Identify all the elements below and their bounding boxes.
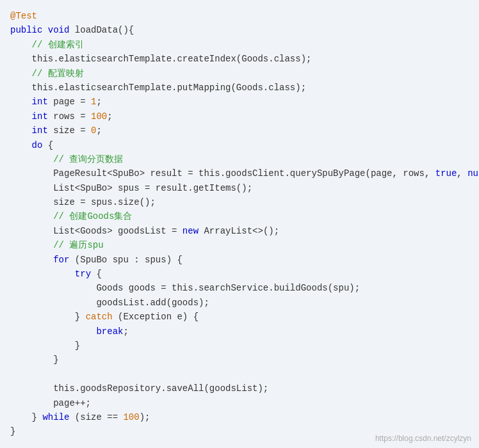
code-token: this.elasticsearchTemplate.createIndex(G… (10, 54, 311, 64)
code-token (10, 97, 32, 107)
code-line: PageResult<SpuBo> result = this.goodsCli… (10, 166, 469, 180)
code-line: List<Goods> goodsList = new ArrayList<>(… (10, 224, 469, 238)
code-token: } (10, 355, 59, 365)
watermark: https://blog.csdn.net/zcylzyn (375, 434, 471, 443)
code-token: ; (123, 326, 128, 337)
code-line: this.goodsRepository.saveAll(goodsList); (10, 381, 469, 396)
code-token: for (53, 255, 69, 265)
code-line: // 查询分页数据 (10, 152, 469, 166)
code-line: break; (10, 324, 469, 339)
code-token: List<Goods> goodsList = (10, 226, 183, 236)
code-token: this.elasticsearchTemplate.putMapping(Go… (10, 83, 306, 93)
code-token: // 查询分页数据 (10, 154, 123, 164)
code-token: , (457, 168, 467, 179)
code-token: size = spus.size(); (10, 197, 156, 207)
code-token: } (10, 340, 80, 351)
code-line: // 配置映射 (10, 67, 469, 81)
code-line: try { (10, 267, 469, 281)
code-token (10, 326, 96, 337)
code-token: int (32, 111, 48, 122)
code-token: rows = (48, 111, 91, 122)
code-token: @Test (10, 11, 37, 21)
code-token: } (10, 426, 15, 436)
code-line: this.elasticsearchTemplate.createIndex(G… (10, 52, 469, 66)
code-token: break (96, 326, 123, 337)
code-line: } catch (Exception e) { (10, 310, 469, 324)
code-token: PageResult<SpuBo> result = this.goodsCli… (10, 168, 435, 179)
code-line: page++; (10, 396, 469, 410)
code-token (10, 140, 32, 150)
code-line: // 创建Goods集合 (10, 209, 469, 223)
code-token: (size == (69, 412, 123, 422)
code-token: { (42, 140, 53, 150)
code-token (10, 255, 53, 265)
code-token (10, 269, 75, 279)
code-token: // 创建Goods集合 (10, 211, 132, 221)
code-token: page++; (10, 398, 91, 408)
code-line: public void loadData(){ (10, 23, 469, 37)
code-line: int page = 1; (10, 95, 469, 109)
code-line: Goods goods = this.searchService.buildGo… (10, 281, 469, 295)
code-line: } while (size == 100); (10, 410, 469, 424)
code-line: size = spus.size(); (10, 195, 469, 209)
code-token: ; (107, 111, 112, 122)
code-token: void (48, 25, 75, 35)
code-token (10, 125, 32, 136)
code-token: (SpuBo spu : spus) { (69, 255, 182, 265)
code-token: } (10, 312, 86, 322)
code-token: { (91, 269, 102, 279)
code-line: @Test (10, 9, 469, 23)
code-line: do { (10, 138, 469, 152)
code-token (10, 111, 32, 122)
code-token: while (42, 412, 69, 422)
code-token: Goods goods = this.searchService.buildGo… (10, 283, 360, 293)
code-line: // 创建索引 (10, 38, 469, 52)
code-token: ; (96, 97, 101, 107)
code-token: loadData(){ (75, 25, 134, 35)
code-line: List<SpuBo> spus = result.getItems(); (10, 181, 469, 195)
code-token: // 配置映射 (10, 68, 84, 79)
code-line: this.elasticsearchTemplate.putMapping(Go… (10, 81, 469, 95)
code-token: page = (48, 97, 91, 107)
code-token: } (10, 412, 42, 422)
code-token: try (75, 269, 91, 279)
code-token: 100 (123, 412, 139, 422)
code-container: @Testpublic void loadData(){ // 创建索引 thi… (0, 0, 479, 448)
code-token: new (183, 226, 199, 236)
code-line: } (10, 353, 469, 367)
code-token: ArrayList<>(); (199, 226, 279, 236)
code-token: // 遍历spu (10, 240, 104, 250)
code-token: catch (86, 312, 113, 322)
code-token: do (32, 140, 43, 150)
code-line: goodsList.add(goods); (10, 296, 469, 310)
code-line: int rows = 100; (10, 109, 469, 124)
code-token: List<SpuBo> spus = result.getItems(); (10, 183, 252, 193)
code-token: true (435, 168, 457, 179)
code-line: for (SpuBo spu : spus) { (10, 253, 469, 267)
code-line: } (10, 339, 469, 353)
code-line (10, 367, 469, 381)
code-token: ; (96, 125, 101, 136)
code-line: int size = 0; (10, 124, 469, 138)
code-token: int (32, 125, 48, 136)
code-token: int (32, 97, 48, 107)
code-token: this.goodsRepository.saveAll(goodsList); (10, 383, 268, 394)
code-line: // 遍历spu (10, 238, 469, 252)
code-token: (Exception e) { (113, 312, 199, 322)
code-token: size = (48, 125, 91, 136)
code-token: null (467, 168, 479, 179)
code-token: goodsList.add(goods); (10, 298, 209, 308)
code-token: ); (140, 412, 150, 422)
code-token: 100 (91, 111, 107, 122)
code-token: // 创建索引 (10, 40, 84, 50)
code-token: public (10, 25, 48, 35)
code-block: @Testpublic void loadData(){ // 创建索引 thi… (0, 6, 479, 442)
